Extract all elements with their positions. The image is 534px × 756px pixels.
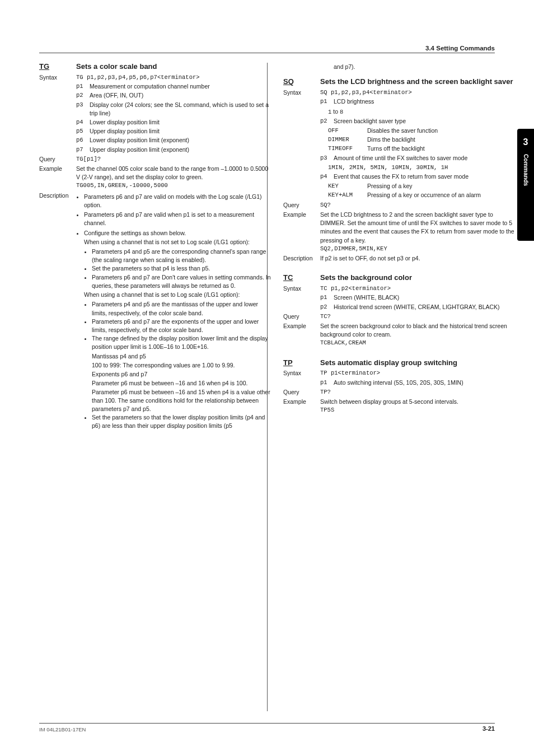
tp-syntax: TP p1<terminator> [320, 369, 517, 377]
tp-example-text: Switch between display groups at 5-secon… [320, 398, 517, 406]
continuation-text: and p7). [320, 63, 517, 71]
list-item: Parameters p6 and p7 are the exponents o… [92, 318, 273, 334]
sq-title: Sets the LCD brightness and the screen b… [320, 77, 517, 87]
tg-name: TG [39, 62, 76, 72]
syntax-label: Syntax [39, 73, 76, 82]
sq-block: SQ Sets the LCD brightness and the scree… [283, 77, 517, 263]
sq-name: SQ [283, 77, 320, 87]
list-item: Parameters p6 and p7 are Don't care valu… [92, 273, 273, 290]
sq-example-code: SQ2,DIMMER,5MIN,KEY [320, 245, 517, 253]
tp-name: TP [283, 358, 320, 368]
list-item: Parameters p6 and p7 are valid when p1 i… [84, 211, 273, 227]
tg-title: Sets a color scale band [76, 62, 273, 72]
tc-example-text: Set the screen background color to black… [320, 322, 517, 339]
footer-doc-id: IM 04L21B01-17EN [39, 726, 86, 734]
side-tab: 3 Commands [517, 129, 534, 241]
chapter-number: 3 [523, 136, 528, 148]
tc-query: TC? [320, 312, 517, 321]
tc-title: Sets the background color [320, 273, 517, 283]
tg-example-text: Set the channel 005 color scale band to … [76, 165, 273, 181]
list-item: Set the parameters so that the lower dis… [92, 413, 273, 430]
list-item: Parameters p4 and p5 are the mantissas o… [92, 300, 273, 317]
list-item: Parameters p4 and p5 are the correspondi… [92, 248, 273, 264]
example-label: Example [39, 165, 76, 173]
sq-desc: If p2 is set to OFF, do not set p3 or p4… [320, 254, 517, 263]
query-label: Query [39, 155, 76, 164]
right-column: and p7). SQ Sets the LCD brightness and … [283, 62, 517, 442]
tg-example-code: TG005,IN,GREEN,-10000,5000 [76, 181, 273, 190]
tp-query: TP? [320, 388, 517, 396]
tg-query: TG[p1]? [76, 155, 273, 164]
tc-syntax: TC p1,p2<terminator> [320, 284, 517, 293]
footer-page: 3-21 [483, 725, 495, 734]
tc-block: TC Sets the background color Syntax TC p… [283, 273, 517, 347]
tp-example-code: TP5S [320, 406, 517, 414]
description-label: Description [39, 192, 76, 200]
left-column: TG Sets a color scale band Syntax TG p1,… [39, 62, 273, 442]
tc-example-code: TCBLACK,CREAM [320, 339, 517, 347]
sq-syntax: SQ p1,p2,p3,p4<terminator> [320, 88, 517, 97]
tg-block: TG Sets a color scale band Syntax TG p1,… [39, 62, 273, 432]
sq-query: SQ? [320, 201, 517, 209]
sq-example-text: Set the LCD brightness to 2 and the scre… [320, 211, 517, 245]
tc-name: TC [283, 273, 320, 283]
list-item: Configure the settings as shown below. W… [84, 229, 273, 431]
tg-syntax: TG p1,p2,p3,p4,p5,p6,p7<terminator> [76, 73, 273, 82]
tp-block: TP Sets automatic display group switchin… [283, 358, 517, 415]
top-rule [39, 53, 495, 53]
tp-title: Sets automatic display group switching [320, 358, 517, 368]
chapter-label: Commands [521, 154, 530, 186]
list-item: Set the parameters so that p4 is less th… [92, 264, 273, 273]
bottom-rule [39, 723, 495, 724]
list-item: Parameters p6 and p7 are valid on models… [84, 193, 273, 209]
section-header: 3.4 Setting Commands [425, 44, 495, 53]
list-item: The range defined by the display positio… [92, 334, 273, 413]
